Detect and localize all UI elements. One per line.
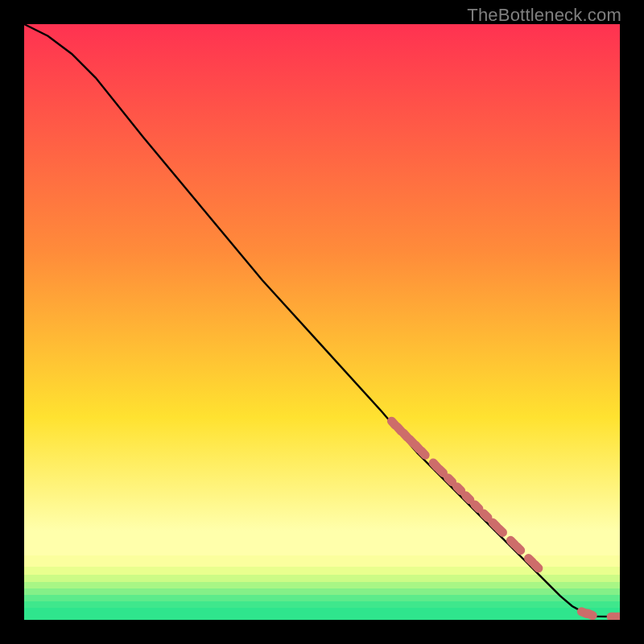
curve-line [24,24,620,617]
chart-stage: TheBottleneck.com [0,0,644,644]
attribution-text: TheBottleneck.com [467,5,621,26]
plot-area [24,24,620,620]
chart-overlay [24,24,620,620]
marker-group [386,415,620,620]
